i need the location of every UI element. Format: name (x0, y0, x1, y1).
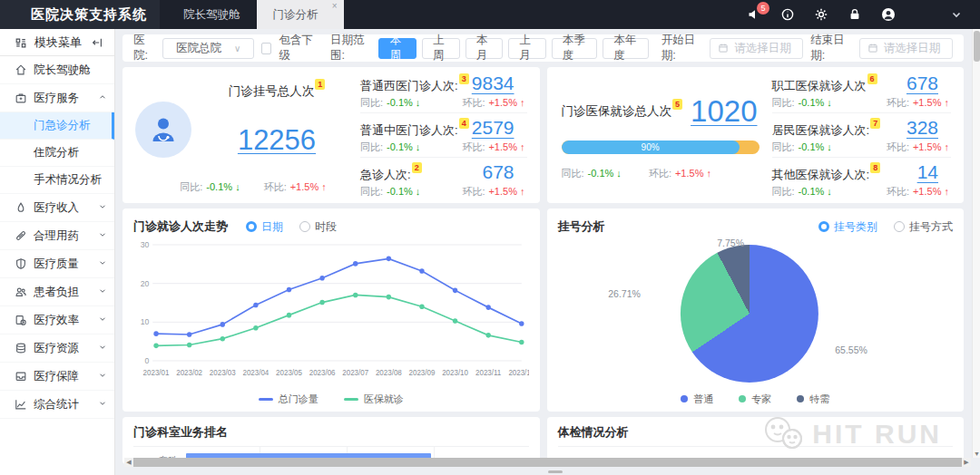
insurance-total-value[interactable]: 1020 (691, 94, 757, 129)
register-radio-挂号类别[interactable]: 挂号类别 (818, 219, 877, 235)
sidebar-item-患者负担[interactable]: 患者负担 (0, 278, 114, 306)
resize-handle[interactable] (548, 470, 563, 473)
tab-close-icon[interactable]: × (332, 2, 338, 11)
end-date-input[interactable]: 请选择日期 (859, 38, 953, 59)
legend-item-普通[interactable]: 普通 (681, 393, 713, 406)
stat-value[interactable]: 14 (917, 161, 938, 183)
data-point[interactable] (519, 321, 524, 326)
data-point[interactable] (353, 293, 358, 298)
data-point[interactable] (353, 261, 358, 267)
filter-toolbar: 医院: 医院总院 ∨ 包含下级 日期范围: 本周上周本月上月本季度本年度 开始日… (122, 34, 964, 62)
data-point[interactable] (319, 300, 324, 305)
scroll-right-arrow-icon[interactable]: ▶ (962, 458, 971, 467)
sidebar-item-label: 综合统计 (34, 397, 79, 412)
data-point[interactable] (387, 257, 391, 262)
data-point[interactable] (153, 331, 158, 336)
data-point[interactable] (253, 325, 258, 331)
kpi-badge: 1 (315, 79, 325, 90)
start-date-input[interactable]: 请选择日期 (710, 38, 803, 59)
tab-dashboard[interactable]: 院长驾驶舱 (167, 0, 257, 29)
legend-item-医保就诊[interactable]: 医保就诊 (344, 393, 404, 406)
notification-speaker-icon[interactable]: 5 (747, 7, 761, 22)
data-point[interactable] (287, 287, 291, 293)
sidebar-item-医疗收入[interactable]: 医疗收入 (0, 194, 114, 222)
stat-value[interactable]: 678 (906, 73, 938, 94)
stat-value[interactable]: 328 (906, 117, 938, 139)
legend-item-特需[interactable]: 特需 (797, 393, 829, 406)
legend-item-专家[interactable]: 专家 (739, 393, 771, 406)
sidebar-item-label: 医疗收入 (34, 200, 79, 216)
vertical-scroll-thumb[interactable] (974, 31, 980, 62)
scroll-down-arrow-icon[interactable]: ▼ (973, 451, 980, 457)
data-point[interactable] (187, 343, 191, 348)
yoy-label: 同比: (180, 181, 202, 192)
data-point[interactable] (453, 318, 457, 324)
trend-chart-title: 门诊就诊人次走势 (133, 218, 228, 235)
sidebar-item-医疗保障[interactable]: 医疗保障 (0, 363, 114, 391)
data-point[interactable] (485, 333, 490, 338)
pie-graphic[interactable] (681, 245, 818, 383)
stat-row-employee: 职工医保就诊人次6678 同比:-0.1% ↓环比:+1.5% ↑ (772, 69, 952, 113)
trend-radio-日期[interactable]: 日期 (246, 219, 283, 235)
data-point[interactable] (220, 322, 225, 327)
sidebar-collapse-icon[interactable] (91, 36, 103, 49)
user-avatar-icon[interactable] (881, 7, 896, 22)
x-tick-label: 2023/03 (210, 369, 236, 377)
vertical-scrollbar[interactable]: ▼ (972, 29, 980, 458)
range-button-本年度[interactable]: 本年度 (603, 38, 648, 59)
horizontal-scroll-thumb[interactable] (133, 458, 962, 467)
registration-total-value[interactable]: 12256 (206, 124, 348, 157)
sidebar-item-医疗资源[interactable]: 医疗资源 (0, 334, 114, 363)
legend-item-总门诊量[interactable]: 总门诊量 (259, 393, 318, 406)
hospital-select[interactable]: 医院总院 ∨ (162, 38, 254, 59)
sidebar-item-综合统计[interactable]: 综合统计 (0, 391, 114, 419)
kpi-row: 门诊挂号总人次1 12256 同比:-0.1% ↓ 环比:+1.5% ↑ 普通西… (122, 67, 964, 203)
tab-outpatient-analysis[interactable]: 门诊分析 × (257, 0, 344, 29)
range-button-本月[interactable]: 本月 (466, 38, 504, 59)
include-sub-checkbox[interactable] (261, 43, 271, 54)
stat-value[interactable]: 2579 (472, 117, 514, 139)
register-radio-挂号方式[interactable]: 挂号方式 (894, 219, 953, 235)
range-button-本周[interactable]: 本周 (378, 38, 416, 59)
trend-radio-时段[interactable]: 时段 (299, 219, 337, 235)
registration-stats: 普通西医门诊人次:39834 同比:-0.1% ↓环比:+1.5% ↑ 普通中医… (353, 67, 540, 203)
sidebar-subitem-手术情况分析[interactable]: 手术情况分析 (0, 167, 114, 194)
stat-value[interactable]: 678 (482, 161, 514, 183)
lock-icon[interactable] (848, 7, 862, 22)
data-point[interactable] (220, 336, 225, 342)
sidebar-item-医疗效率[interactable]: 医疗效率 (0, 306, 114, 334)
data-point[interactable] (485, 305, 490, 310)
sidebar-item-合理用药[interactable]: 合理用药 (0, 222, 114, 250)
data-point[interactable] (453, 288, 457, 294)
data-point[interactable] (287, 313, 291, 318)
sidebar-item-医疗质量[interactable]: 医疗质量 (0, 250, 114, 278)
data-point[interactable] (319, 276, 324, 281)
stat-row-resident: 居民医保就诊人次:7328 同比:-0.1% ↓环比:+1.5% ↑ (772, 113, 952, 158)
sidebar-subitem-住院分析[interactable]: 住院分析 (0, 140, 114, 167)
stat-row-other: 其他医保就诊人次:814 同比:-0.1% ↓环比:+1.5% ↑ (772, 158, 952, 201)
chart-row: 门诊就诊人次走势 日期时段 01020302023/012023/022023/… (122, 208, 964, 412)
range-button-本季度[interactable]: 本季度 (552, 38, 597, 59)
data-point[interactable] (153, 344, 158, 349)
info-icon[interactable] (780, 7, 795, 22)
data-point[interactable] (187, 332, 191, 337)
data-point[interactable] (519, 340, 524, 345)
sidebar-item-医疗服务[interactable]: 医疗服务 (0, 84, 114, 112)
settings-gear-icon[interactable] (814, 7, 828, 22)
scroll-left-arrow-icon[interactable]: ◀ (124, 458, 133, 467)
data-point[interactable] (419, 304, 424, 309)
sidebar-subitem-门急诊分析[interactable]: 门急诊分析 (0, 112, 114, 140)
stat-row-tcm: 普通中医门诊人次:42579 同比:-0.1% ↓环比:+1.5% ↑ (360, 113, 527, 158)
horizontal-scrollbar[interactable]: ◀ ▶ (124, 458, 971, 467)
range-button-上月[interactable]: 上月 (508, 38, 546, 59)
data-point[interactable] (387, 295, 391, 300)
yoy-value: -0.1% ↓ (206, 181, 240, 192)
stat-value[interactable]: 9834 (472, 73, 514, 94)
data-point[interactable] (419, 268, 424, 274)
data-point[interactable] (253, 303, 258, 308)
sidebar-item-院长驾驶舱[interactable]: 院长驾驶舱 (0, 56, 114, 84)
range-button-上周[interactable]: 上周 (422, 38, 460, 59)
chevron-down-icon (98, 286, 107, 298)
header-chevron-down-icon[interactable] (949, 7, 964, 22)
clock-icon (15, 314, 27, 326)
